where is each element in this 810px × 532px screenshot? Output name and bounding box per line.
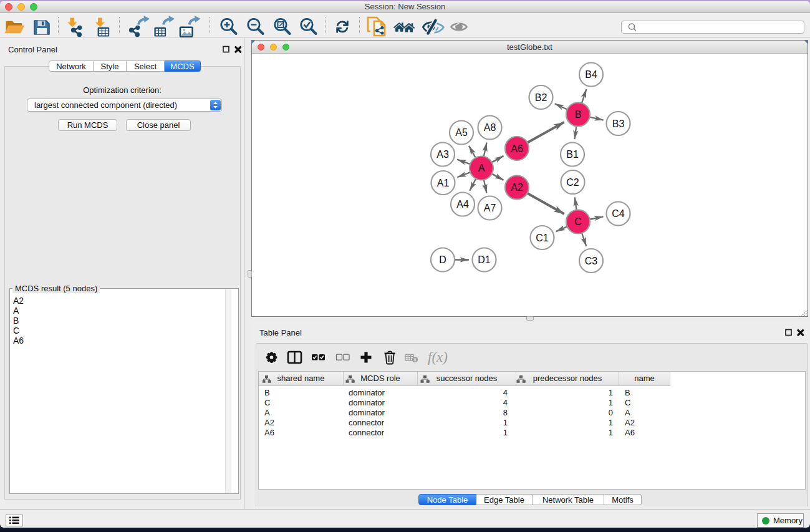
svg-text:C4: C4 [612,208,625,219]
svg-text:B2: B2 [535,92,547,103]
svg-text:B1: B1 [566,149,579,160]
svg-text:D1: D1 [478,254,491,265]
svg-text:A8: A8 [484,122,496,133]
svg-text:B4: B4 [585,69,597,80]
svg-text:A5: A5 [455,127,468,138]
svg-text:B3: B3 [612,118,625,129]
svg-text:B: B [575,109,582,120]
svg-text:A4: A4 [456,199,469,210]
svg-text:A1: A1 [437,178,450,188]
svg-text:A7: A7 [484,203,496,213]
svg-text:A: A [478,163,485,173]
svg-text:D: D [439,254,446,265]
svg-text:A6: A6 [511,143,523,154]
svg-text:A3: A3 [436,149,449,160]
svg-text:C3: C3 [585,256,598,266]
svg-text:C: C [574,216,582,227]
svg-text:C1: C1 [536,233,549,243]
svg-text:A2: A2 [511,182,523,193]
svg-text:C2: C2 [566,177,579,188]
svg-text:f(x): f(x) [428,349,448,365]
